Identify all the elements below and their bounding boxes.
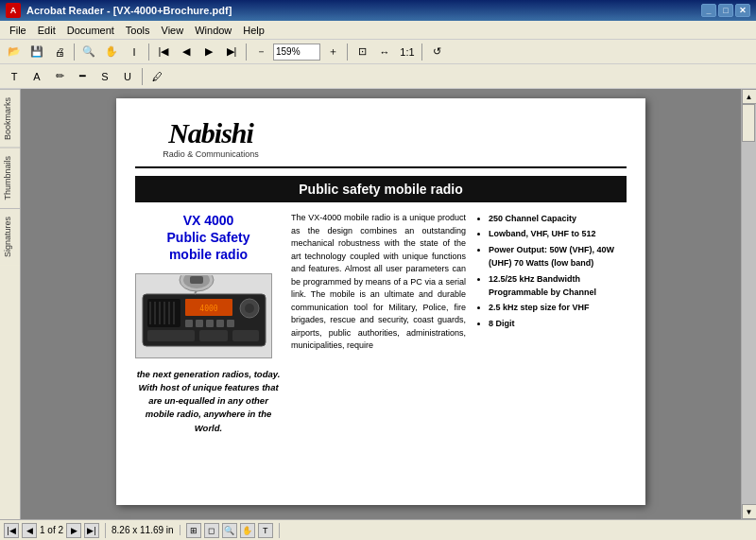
next-page-status-btn[interactable]: ▶ <box>66 523 81 538</box>
hand-button[interactable]: ✋ <box>101 42 122 62</box>
separator-5 <box>421 44 422 61</box>
menu-help[interactable]: Help <box>237 23 270 38</box>
bookmarks-tab[interactable]: Bookmarks <box>0 89 20 148</box>
thumbnails-tab[interactable]: Thumbnails <box>0 148 20 208</box>
left-column: VX 4000 Public Safety mobile radio <box>135 212 282 435</box>
svg-point-16 <box>245 304 254 313</box>
svg-rect-22 <box>190 276 203 284</box>
spec-item-4: 12.5/25 kHz Bandwidth Programmable by Ch… <box>489 272 627 300</box>
pdf-page: Nabishi Radio & Communications Public sa… <box>116 98 645 505</box>
radio-svg: 4000 <box>138 275 270 356</box>
next-page-button[interactable]: ▶ <box>198 42 219 62</box>
maximize-button[interactable]: □ <box>718 4 733 17</box>
status-bar: |◀ ◀ 1 of 2 ▶ ▶| 8.26 x 11.69 in ⊞ ◻ 🔍 ✋… <box>0 519 756 540</box>
last-page-button[interactable]: ▶| <box>221 42 242 62</box>
close-button[interactable]: ✕ <box>735 4 750 17</box>
search-button[interactable]: 🔍 <box>78 42 99 62</box>
last-page-status-btn[interactable]: ▶| <box>84 523 99 538</box>
body-paragraph: The VX-4000 mobile radio is a unique pro… <box>291 212 466 353</box>
rotate-button[interactable]: ↺ <box>426 42 447 62</box>
toolbar-2: T A ✏ ━ S U 🖊 <box>0 64 756 89</box>
title-controls[interactable]: _ □ ✕ <box>701 4 750 17</box>
body-text-column: The VX-4000 mobile radio is a unique pro… <box>291 212 466 435</box>
status-tool-1[interactable]: ⊞ <box>186 523 201 538</box>
svg-rect-18 <box>199 330 228 341</box>
note-button[interactable]: ✏ <box>49 66 70 87</box>
menu-document[interactable]: Document <box>61 23 120 38</box>
public-safety-banner: Public safety mobile radio <box>135 176 627 202</box>
pdf-viewer: Nabishi Radio & Communications Public sa… <box>21 89 741 519</box>
spec-item-3: Power Output: 50W (VHF), 40W (UHF) 70 Wa… <box>489 243 627 270</box>
signatures-tab[interactable]: Signatures <box>0 208 20 265</box>
svg-rect-17 <box>147 330 195 341</box>
open-button[interactable]: 📂 <box>4 42 25 62</box>
underline-button[interactable]: U <box>117 66 138 87</box>
vertical-scrollbar[interactable]: ▲ ▼ <box>741 89 756 519</box>
separator-3 <box>246 44 247 61</box>
fit-width-button[interactable]: ↔ <box>374 42 395 62</box>
product-title: VX 4000 Public Safety mobile radio <box>135 212 282 264</box>
scroll-thumb[interactable] <box>742 104 755 142</box>
separator-6 <box>142 68 143 85</box>
specs-column: 250 Channel Capacity Lowband, VHF, UHF t… <box>475 212 627 435</box>
text-tool-button[interactable]: A <box>26 66 47 87</box>
svg-text:4000: 4000 <box>199 305 217 313</box>
minimize-button[interactable]: _ <box>701 4 716 17</box>
pdf-header: Nabishi Radio & Communications <box>135 117 627 168</box>
prev-page-status-btn[interactable]: ◀ <box>22 523 37 538</box>
menu-window[interactable]: Window <box>189 23 237 38</box>
spec-item-1: 250 Channel Capacity <box>489 212 627 225</box>
scroll-down-button[interactable]: ▼ <box>742 504 757 519</box>
navigation-section: |◀ ◀ 1 of 2 ▶ ▶| <box>4 523 106 538</box>
select-button[interactable]: I <box>124 42 145 62</box>
menu-bar: File Edit Document Tools View Window Hel… <box>0 21 756 40</box>
page-info: 1 of 2 <box>40 525 63 535</box>
status-tool-3[interactable]: 🔍 <box>222 523 237 538</box>
zoom-in-button[interactable]: ＋ <box>322 42 343 62</box>
svg-rect-19 <box>232 330 259 341</box>
menu-tools[interactable]: Tools <box>120 23 156 38</box>
print-button[interactable]: 🖨 <box>49 42 70 62</box>
zoom-value: 159% <box>276 46 301 57</box>
separator-2 <box>148 44 149 61</box>
zoom-display: 159% <box>273 44 320 61</box>
spec-item-6: 8 Digit <box>489 317 627 330</box>
status-tool-4[interactable]: ✋ <box>240 523 255 538</box>
radio-image: 4000 <box>135 273 272 358</box>
separator-4 <box>347 44 348 61</box>
first-page-status-btn[interactable]: |◀ <box>4 523 19 538</box>
description-text: the next generation radios, today. With … <box>135 368 282 435</box>
brand-logo: Nabishi <box>168 117 253 148</box>
save-button[interactable]: 💾 <box>26 42 47 62</box>
title-bar-text: Acrobat Reader - [VX-4000+Brochure.pdf] <box>26 5 232 16</box>
svg-rect-12 <box>206 320 214 327</box>
actual-size-button[interactable]: 1:1 <box>397 42 418 62</box>
logo-area: Nabishi Radio & Communications <box>135 117 286 159</box>
scroll-track[interactable] <box>742 104 756 504</box>
title-bar-content: A Acrobat Reader - [VX-4000+Brochure.pdf… <box>6 3 701 18</box>
prev-page-button[interactable]: ◀ <box>176 42 197 62</box>
svg-rect-13 <box>216 320 224 327</box>
logo-subtitle: Radio & Communications <box>163 149 259 159</box>
title-bar: A Acrobat Reader - [VX-4000+Brochure.pdf… <box>0 0 756 21</box>
status-tool-5[interactable]: T <box>258 523 273 538</box>
specs-list: 250 Channel Capacity Lowband, VHF, UHF t… <box>475 212 627 330</box>
menu-file[interactable]: File <box>4 23 32 38</box>
content-area: VX 4000 Public Safety mobile radio <box>135 212 627 435</box>
strikethrough-button[interactable]: S <box>94 66 115 87</box>
highlight-button[interactable]: ━ <box>72 66 93 87</box>
menu-view[interactable]: View <box>156 23 190 38</box>
svg-rect-14 <box>227 320 234 327</box>
status-tool-2[interactable]: ◻ <box>204 523 219 538</box>
scroll-up-button[interactable]: ▲ <box>742 89 757 104</box>
svg-rect-10 <box>185 320 193 327</box>
zoom-out-button[interactable]: － <box>250 42 271 62</box>
select-text-button[interactable]: T <box>4 66 25 87</box>
stamp-button[interactable]: 🖊 <box>146 66 167 87</box>
fit-page-button[interactable]: ⊡ <box>352 42 372 62</box>
dimensions-section: 8.26 x 11.69 in <box>112 525 180 535</box>
menu-edit[interactable]: Edit <box>32 23 61 38</box>
separator-1 <box>74 44 75 61</box>
first-page-button[interactable]: |◀ <box>153 42 174 62</box>
page-dimensions: 8.26 x 11.69 in <box>112 525 174 535</box>
